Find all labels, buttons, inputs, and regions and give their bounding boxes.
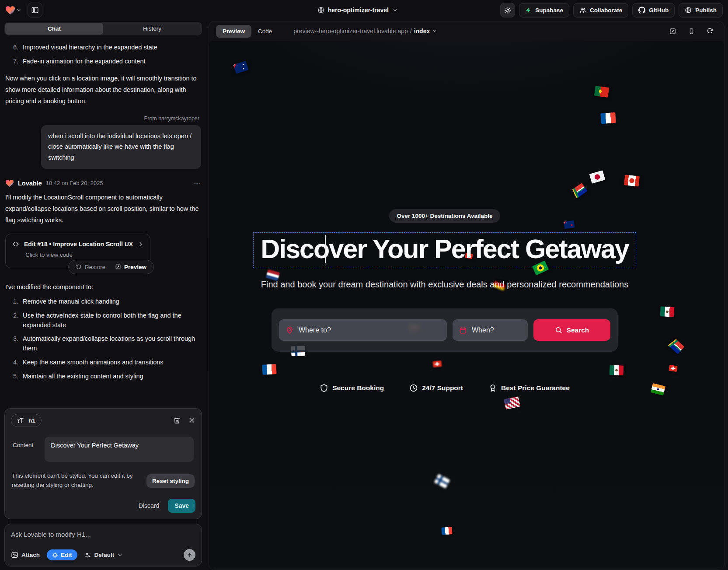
chevron-down-icon (432, 28, 437, 34)
chat-input-box: Attach Edit Default (4, 524, 202, 567)
edit-version-card[interactable]: Edit #18 • Improve Location Scroll UX Cl… (5, 234, 150, 268)
user-message-bubble: when i scroll into the individual locati… (41, 125, 201, 169)
project-switcher[interactable]: hero-optimizer-travel (317, 7, 398, 14)
chat-messages: 6.Improved visual hierarchy in the expan… (0, 38, 206, 405)
edit-target-icon (52, 552, 58, 558)
send-button[interactable] (184, 549, 195, 561)
where-input-wrap[interactable] (279, 319, 447, 341)
text-caret (325, 235, 326, 263)
refresh-icon[interactable] (707, 28, 714, 35)
tab-code[interactable]: Code (251, 25, 279, 38)
list-item: 5.Maintain all the existing content and … (10, 372, 201, 381)
sidebar-toggle-button[interactable] (28, 3, 42, 17)
discard-button[interactable]: Discard (139, 502, 159, 509)
list-item: 7.Fade-in animation for the expanded con… (10, 57, 201, 66)
restore-button[interactable]: Restore (71, 262, 110, 273)
assistant-paragraph: I've modified the component to: (5, 281, 201, 293)
message-author: From harrymckayroper (7, 115, 199, 122)
attach-image-icon (11, 551, 18, 559)
project-name: hero-optimizer-travel (328, 7, 389, 14)
element-tag-pill[interactable]: h1 (11, 414, 42, 427)
map-pin-icon (286, 326, 294, 334)
assistant-name: Lovable (18, 180, 42, 187)
globe-icon (317, 7, 324, 14)
assistant-header: Lovable 18:42 on Feb 20, 2025 ⋯ (5, 179, 201, 187)
feature-support: 24/7 Support (409, 384, 463, 392)
collaborate-people-icon (579, 7, 586, 14)
collaborate-label: Collaborate (590, 7, 622, 14)
github-icon (638, 7, 645, 14)
edit-mode-button[interactable]: Edit (47, 549, 77, 560)
chevron-right-icon (138, 241, 144, 247)
reset-styling-button[interactable]: Reset styling (146, 474, 195, 488)
hero-title: Discover Your Perfect Getaway (261, 234, 629, 264)
when-input[interactable] (472, 326, 521, 334)
publish-label: Publish (695, 7, 717, 14)
calendar-icon (459, 326, 467, 334)
message-menu-button[interactable]: ⋯ (194, 180, 202, 187)
shield-icon (320, 384, 328, 392)
chat-input[interactable] (11, 531, 195, 538)
sidebar-toggle-icon (31, 6, 39, 14)
tab-history[interactable]: History (103, 23, 201, 35)
sliders-icon (84, 552, 91, 559)
features-row: Secure Booking 24/7 Support Best Price G… (320, 384, 570, 392)
tab-preview[interactable]: Preview (216, 25, 251, 38)
supabase-button[interactable]: Supabase (519, 3, 569, 17)
publish-button[interactable]: Publish (679, 3, 723, 17)
feature-label: Secure Booking (332, 384, 384, 392)
award-icon (488, 384, 497, 392)
heart-logo-icon (5, 6, 15, 15)
feature-label: 24/7 Support (422, 384, 463, 392)
attach-label: Attach (21, 552, 40, 558)
open-external-icon[interactable] (669, 28, 676, 35)
message-timestamp: 18:42 on Feb 20, 2025 (46, 180, 103, 186)
type-icon (17, 417, 24, 424)
default-mode-button[interactable]: Default (84, 552, 123, 559)
list-item: 6.Improved visual hierarchy in the expan… (10, 43, 201, 52)
github-button[interactable]: GitHub (632, 3, 675, 17)
content-field[interactable]: Discover Your Perfect Getaway (45, 437, 194, 462)
when-input-wrap[interactable] (453, 319, 528, 341)
github-label: GitHub (649, 7, 669, 14)
send-up-icon (187, 552, 193, 558)
assistant-list-top: 6.Improved visual hierarchy in the expan… (5, 43, 201, 66)
url-separator: / (410, 28, 412, 35)
supabase-bolt-icon (525, 7, 532, 14)
styling-note: This element can't be styled. You can ed… (12, 472, 140, 490)
hero-section: Over 1000+ Destinations Available Discov… (209, 41, 724, 570)
preview-panel: Preview Code preview--hero-optimizer-tra… (209, 21, 725, 570)
h1-selection-box[interactable]: Discover Your Perfect Getaway (253, 232, 636, 268)
topbar: hero-optimizer-travel Supabase Collabora… (0, 0, 728, 20)
feature-secure-booking: Secure Booking (320, 384, 384, 392)
assistant-list-bottom: 1.Remove the manual click handling2.Use … (5, 297, 201, 381)
save-button[interactable]: Save (168, 499, 195, 513)
mobile-icon[interactable] (688, 28, 695, 35)
collaborate-button[interactable]: Collaborate (573, 3, 628, 17)
list-item: 3.Automatically expand/collapse location… (10, 334, 201, 353)
chevron-down-icon (392, 7, 398, 13)
url-page: index (414, 28, 430, 35)
clock-icon (409, 384, 418, 392)
close-icon[interactable] (188, 417, 195, 424)
restore-icon (76, 264, 82, 270)
preview-url[interactable]: preview--hero-optimizer-travel.lovable.a… (293, 28, 437, 35)
where-input[interactable] (299, 326, 440, 334)
trash-icon[interactable] (173, 417, 181, 424)
list-item: 2.Use the activeIndex state to control b… (10, 311, 201, 330)
search-label: Search (567, 326, 589, 334)
list-item: 1.Remove the manual click handling (10, 297, 201, 307)
assistant-paragraph: Now when you click on a location image, … (5, 73, 201, 107)
attach-button[interactable]: Attach (11, 551, 40, 559)
tab-chat[interactable]: Chat (5, 23, 103, 35)
element-tag-label: h1 (28, 417, 35, 424)
search-bar: Search (272, 308, 618, 352)
preview-version-button[interactable]: Preview (110, 262, 151, 273)
list-item: 4.Keep the same smooth animations and tr… (10, 358, 201, 367)
publish-globe-icon (685, 7, 692, 14)
destinations-badge: Over 1000+ Destinations Available (389, 209, 500, 223)
settings-button[interactable] (500, 3, 515, 17)
lovable-menu[interactable] (5, 6, 21, 15)
default-mode-label: Default (94, 552, 115, 558)
search-button[interactable]: Search (533, 319, 610, 341)
